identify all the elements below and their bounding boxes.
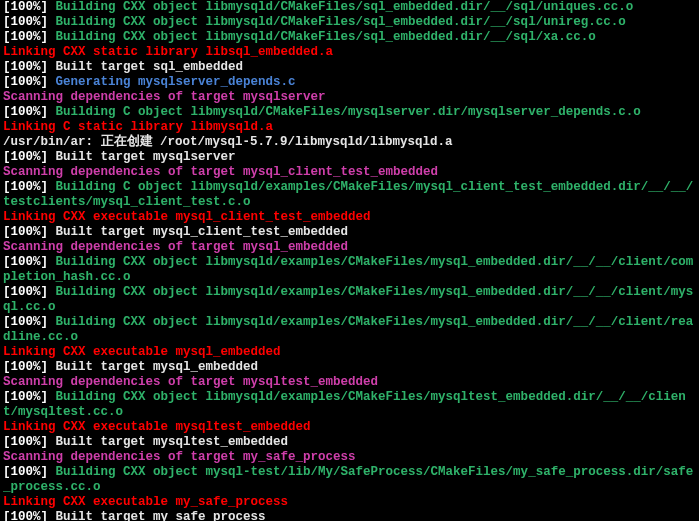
output-line: [100%] Generating mysqlserver_depends.c xyxy=(3,75,696,90)
message-text: Built target mysqlserver xyxy=(48,150,236,164)
output-line: [100%] Building C object libmysqld/examp… xyxy=(3,180,696,210)
message-text: Building CXX object libmysqld/examples/C… xyxy=(3,390,686,419)
bracket: ] xyxy=(41,150,49,164)
message-text: Building CXX object libmysqld/examples/C… xyxy=(3,285,693,314)
bracket: ] xyxy=(41,465,49,479)
message-text: Building CXX object libmysqld/CMakeFiles… xyxy=(48,0,633,14)
progress-percent: 100% xyxy=(11,315,41,329)
output-line: [100%] Built target mysqltest_embedded xyxy=(3,435,696,450)
message-text: Linking C static library libmysqld.a xyxy=(3,120,273,134)
bracket: [ xyxy=(3,30,11,44)
bracket: ] xyxy=(41,285,49,299)
output-line: [100%] Building CXX object libmysqld/CMa… xyxy=(3,15,696,30)
message-text: /usr/bin/ar: 正在创建 /root/mysql-5.7.9/libm… xyxy=(3,135,453,149)
bracket: ] xyxy=(41,30,49,44)
message-text: Building CXX object libmysqld/examples/C… xyxy=(3,315,693,344)
output-line: [100%] Building C object libmysqld/CMake… xyxy=(3,105,696,120)
progress-percent: 100% xyxy=(11,75,41,89)
message-text: Generating mysqlserver_depends.c xyxy=(48,75,296,89)
output-line: [100%] Built target mysql_embedded xyxy=(3,360,696,375)
bracket: ] xyxy=(41,360,49,374)
message-text: Built target my_safe_process xyxy=(48,510,266,521)
bracket: ] xyxy=(41,180,49,194)
bracket: ] xyxy=(41,0,49,14)
progress-percent: 100% xyxy=(11,390,41,404)
output-line: Linking C static library libmysqld.a xyxy=(3,120,696,135)
message-text: Built target mysql_client_test_embedded xyxy=(48,225,348,239)
bracket: [ xyxy=(3,0,11,14)
output-line: Linking CXX executable mysqltest_embedde… xyxy=(3,420,696,435)
bracket: ] xyxy=(41,15,49,29)
bracket: ] xyxy=(41,390,49,404)
bracket: [ xyxy=(3,390,11,404)
message-text: Linking CXX executable mysql_client_test… xyxy=(3,210,371,224)
output-line: [100%] Built target mysqlserver xyxy=(3,150,696,165)
bracket: [ xyxy=(3,360,11,374)
progress-percent: 100% xyxy=(11,180,41,194)
output-line: Linking CXX static library libsql_embedd… xyxy=(3,45,696,60)
output-line: Scanning dependencies of target mysql_cl… xyxy=(3,165,696,180)
bracket: [ xyxy=(3,285,11,299)
message-text: Built target mysql_embedded xyxy=(48,360,258,374)
message-text: Linking CXX executable my_safe_process xyxy=(3,495,288,509)
output-line: [100%] Built target my_safe_process xyxy=(3,510,696,521)
progress-percent: 100% xyxy=(11,225,41,239)
progress-percent: 100% xyxy=(11,30,41,44)
progress-percent: 100% xyxy=(11,255,41,269)
bracket: [ xyxy=(3,435,11,449)
bracket: ] xyxy=(41,105,49,119)
progress-percent: 100% xyxy=(11,435,41,449)
progress-percent: 100% xyxy=(11,285,41,299)
bracket: [ xyxy=(3,75,11,89)
message-text: Scanning dependencies of target mysqlser… xyxy=(3,90,326,104)
message-text: Linking CXX executable mysqltest_embedde… xyxy=(3,420,311,434)
bracket: [ xyxy=(3,15,11,29)
message-text: Scanning dependencies of target mysqltes… xyxy=(3,375,378,389)
bracket: [ xyxy=(3,105,11,119)
message-text: Scanning dependencies of target my_safe_… xyxy=(3,450,356,464)
output-line: Scanning dependencies of target mysqlser… xyxy=(3,90,696,105)
output-line: [100%] Building CXX object libmysqld/exa… xyxy=(3,390,696,420)
output-line: /usr/bin/ar: 正在创建 /root/mysql-5.7.9/libm… xyxy=(3,135,696,150)
bracket: ] xyxy=(41,60,49,74)
terminal-output: [100%] Building CXX object libmysqld/CMa… xyxy=(0,0,699,521)
bracket: [ xyxy=(3,150,11,164)
bracket: [ xyxy=(3,315,11,329)
bracket: [ xyxy=(3,465,11,479)
bracket: [ xyxy=(3,225,11,239)
bracket: [ xyxy=(3,60,11,74)
message-text: Built target sql_embedded xyxy=(48,60,243,74)
output-line: Scanning dependencies of target mysqltes… xyxy=(3,375,696,390)
output-line: [100%] Building CXX object libmysqld/CMa… xyxy=(3,0,696,15)
message-text: Scanning dependencies of target mysql_em… xyxy=(3,240,348,254)
output-line: Linking CXX executable mysql_embedded xyxy=(3,345,696,360)
progress-percent: 100% xyxy=(11,15,41,29)
message-text: Linking CXX executable mysql_embedded xyxy=(3,345,281,359)
message-text: Building C object libmysqld/examples/CMa… xyxy=(3,180,693,209)
message-text: Built target mysqltest_embedded xyxy=(48,435,288,449)
message-text: Building CXX object libmysqld/examples/C… xyxy=(3,255,693,284)
output-line: [100%] Built target mysql_client_test_em… xyxy=(3,225,696,240)
output-line: [100%] Building CXX object libmysqld/exa… xyxy=(3,285,696,315)
output-line: [100%] Building CXX object libmysqld/exa… xyxy=(3,255,696,285)
bracket: ] xyxy=(41,75,49,89)
message-text: Building CXX object mysql-test/lib/My/Sa… xyxy=(3,465,693,494)
bracket: [ xyxy=(3,510,11,521)
progress-percent: 100% xyxy=(11,150,41,164)
output-line: Scanning dependencies of target my_safe_… xyxy=(3,450,696,465)
progress-percent: 100% xyxy=(11,105,41,119)
bracket: [ xyxy=(3,180,11,194)
bracket: ] xyxy=(41,435,49,449)
bracket: [ xyxy=(3,255,11,269)
message-text: Linking CXX static library libsql_embedd… xyxy=(3,45,333,59)
bracket: ] xyxy=(41,255,49,269)
message-text: Building CXX object libmysqld/CMakeFiles… xyxy=(48,15,626,29)
output-line: [100%] Building CXX object mysql-test/li… xyxy=(3,465,696,495)
message-text: Scanning dependencies of target mysql_cl… xyxy=(3,165,438,179)
output-line: [100%] Building CXX object libmysqld/exa… xyxy=(3,315,696,345)
progress-percent: 100% xyxy=(11,60,41,74)
progress-percent: 100% xyxy=(11,510,41,521)
progress-percent: 100% xyxy=(11,0,41,14)
output-line: Linking CXX executable my_safe_process xyxy=(3,495,696,510)
progress-percent: 100% xyxy=(11,465,41,479)
